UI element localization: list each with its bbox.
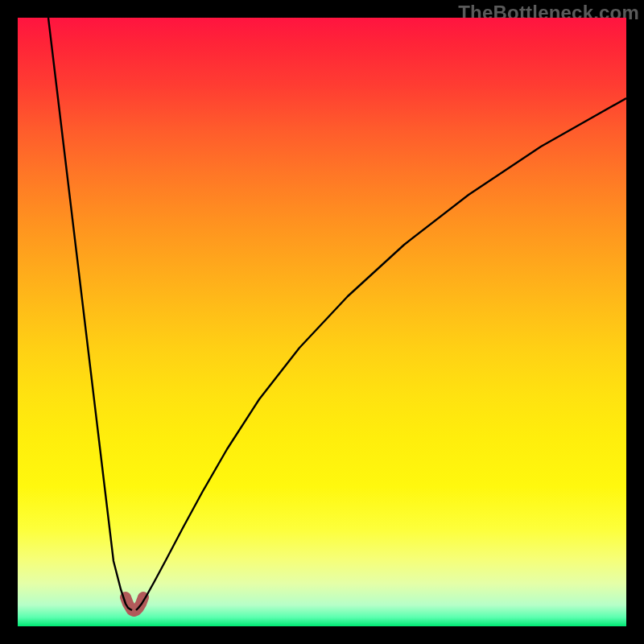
plot-area	[18, 18, 626, 626]
curve-svg	[18, 18, 626, 626]
chart-root: TheBottleneck.com	[0, 0, 644, 644]
